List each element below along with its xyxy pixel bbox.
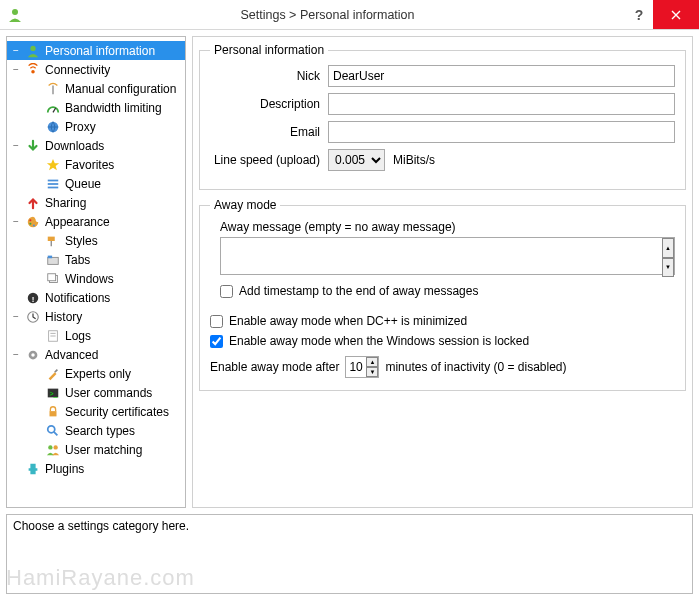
- tree-item-personal-information[interactable]: −Personal information: [7, 41, 185, 60]
- tree-item-advanced[interactable]: −Advanced: [7, 345, 185, 364]
- locked-checkbox[interactable]: [210, 335, 223, 348]
- tree-item-search-types[interactable]: Search types: [7, 421, 185, 440]
- description-label: Description: [210, 97, 320, 111]
- tree-item-label: Bandwidth limiting: [65, 101, 162, 115]
- svg-rect-8: [48, 186, 59, 188]
- svg-rect-12: [48, 236, 55, 240]
- star-icon: [45, 157, 61, 173]
- tree-item-security-certificates[interactable]: Security certificates: [7, 402, 185, 421]
- tree-item-styles[interactable]: Styles: [7, 231, 185, 250]
- search-icon: [45, 423, 61, 439]
- email-input[interactable]: [328, 121, 675, 143]
- tree-item-label: Tabs: [65, 253, 90, 267]
- away-message-label: Away message (empty = no away message): [220, 220, 675, 234]
- tree-item-history[interactable]: −History: [7, 307, 185, 326]
- nick-label: Nick: [210, 69, 320, 83]
- svg-rect-17: [48, 273, 56, 280]
- settings-panel: Personal information Nick Description Em…: [192, 36, 693, 508]
- palette-icon: [25, 214, 41, 230]
- expand-icon[interactable]: −: [11, 46, 21, 56]
- expand-icon[interactable]: −: [11, 65, 21, 75]
- tree-item-notifications[interactable]: !Notifications: [7, 288, 185, 307]
- nick-input[interactable]: [328, 65, 675, 87]
- tree-item-appearance[interactable]: −Appearance: [7, 212, 185, 231]
- close-button[interactable]: [653, 0, 699, 29]
- away-mode-group: Away mode Away message (empty = no away …: [199, 198, 686, 391]
- svg-point-10: [29, 222, 31, 224]
- tree-item-proxy[interactable]: Proxy: [7, 117, 185, 136]
- inactivity-prefix: Enable away mode after: [210, 360, 339, 374]
- spin-down-icon[interactable]: ▼: [662, 258, 674, 278]
- gear-icon: [25, 347, 41, 363]
- tree-item-sharing[interactable]: Sharing: [7, 193, 185, 212]
- tree-item-label: Queue: [65, 177, 101, 191]
- svg-point-25: [31, 353, 35, 357]
- spin-up-icon[interactable]: ▲: [366, 357, 378, 367]
- expand-icon[interactable]: −: [11, 350, 21, 360]
- svg-rect-28: [50, 411, 57, 416]
- inactivity-suffix: minutes of inactivity (0 = disabled): [385, 360, 566, 374]
- line-speed-unit: MiBits/s: [393, 153, 435, 167]
- expand-icon[interactable]: −: [11, 312, 21, 322]
- tree-item-downloads[interactable]: −Downloads: [7, 136, 185, 155]
- tree-item-label: User commands: [65, 386, 152, 400]
- tree-item-tabs[interactable]: Tabs: [7, 250, 185, 269]
- svg-rect-14: [48, 257, 59, 264]
- line-speed-select[interactable]: 0.005: [328, 149, 385, 171]
- svg-rect-7: [48, 183, 59, 185]
- settings-tree[interactable]: −Personal information−ConnectivityManual…: [6, 36, 186, 508]
- tree-item-label: Logs: [65, 329, 91, 343]
- titlebar-help-button[interactable]: ?: [625, 0, 653, 29]
- globe-icon: [45, 119, 61, 135]
- expand-icon[interactable]: −: [11, 217, 21, 227]
- tree-item-label: User matching: [65, 443, 142, 457]
- person-icon: [25, 43, 41, 59]
- expand-icon[interactable]: −: [11, 141, 21, 151]
- tree-item-logs[interactable]: Logs: [7, 326, 185, 345]
- inactivity-spinner[interactable]: ▲ ▼: [366, 357, 378, 377]
- tree-item-connectivity[interactable]: −Connectivity: [7, 60, 185, 79]
- tree-item-label: Security certificates: [65, 405, 169, 419]
- tree-item-label: Favorites: [65, 158, 114, 172]
- tree-item-windows[interactable]: Windows: [7, 269, 185, 288]
- timestamp-label[interactable]: Add timestamp to the end of away message…: [239, 284, 478, 298]
- spin-down-icon[interactable]: ▼: [366, 367, 378, 377]
- description-input[interactable]: [328, 93, 675, 115]
- terminal-icon: >_: [45, 385, 61, 401]
- tree-item-bandwidth-limiting[interactable]: Bandwidth limiting: [7, 98, 185, 117]
- lock-icon: [45, 404, 61, 420]
- tree-item-favorites[interactable]: Favorites: [7, 155, 185, 174]
- tree-item-manual-configuration[interactable]: Manual configuration: [7, 79, 185, 98]
- svg-point-29: [48, 425, 55, 432]
- tree-item-user-matching[interactable]: User matching: [7, 440, 185, 459]
- minimize-label[interactable]: Enable away mode when DC++ is minimized: [229, 314, 467, 328]
- tree-item-queue[interactable]: Queue: [7, 174, 185, 193]
- down-icon: [25, 138, 41, 154]
- tree-item-label: History: [45, 310, 82, 324]
- tree-item-user-commands[interactable]: >_User commands: [7, 383, 185, 402]
- tree-item-label: Styles: [65, 234, 98, 248]
- spin-up-icon[interactable]: ▲: [662, 238, 674, 258]
- personal-info-legend: Personal information: [210, 43, 328, 57]
- tree-item-label: Search types: [65, 424, 135, 438]
- textarea-spinner[interactable]: ▲ ▼: [662, 238, 674, 277]
- tree-item-label: Experts only: [65, 367, 131, 381]
- paint-icon: [45, 233, 61, 249]
- signal-icon: [25, 62, 41, 78]
- tree-item-label: Personal information: [45, 44, 155, 58]
- tree-item-label: Proxy: [65, 120, 96, 134]
- svg-point-2: [31, 70, 35, 74]
- locked-label[interactable]: Enable away mode when the Windows sessio…: [229, 334, 529, 348]
- personal-info-group: Personal information Nick Description Em…: [199, 43, 686, 190]
- tree-item-plugins[interactable]: Plugins: [7, 459, 185, 478]
- tree-item-experts-only[interactable]: Experts only: [7, 364, 185, 383]
- tree-item-label: Advanced: [45, 348, 98, 362]
- timestamp-checkbox[interactable]: [220, 285, 233, 298]
- away-message-input[interactable]: [220, 237, 675, 275]
- up-icon: [25, 195, 41, 211]
- close-icon: [671, 10, 681, 20]
- minimize-checkbox[interactable]: [210, 315, 223, 328]
- app-icon: [0, 7, 30, 23]
- antenna-icon: [45, 81, 61, 97]
- tree-item-label: Downloads: [45, 139, 104, 153]
